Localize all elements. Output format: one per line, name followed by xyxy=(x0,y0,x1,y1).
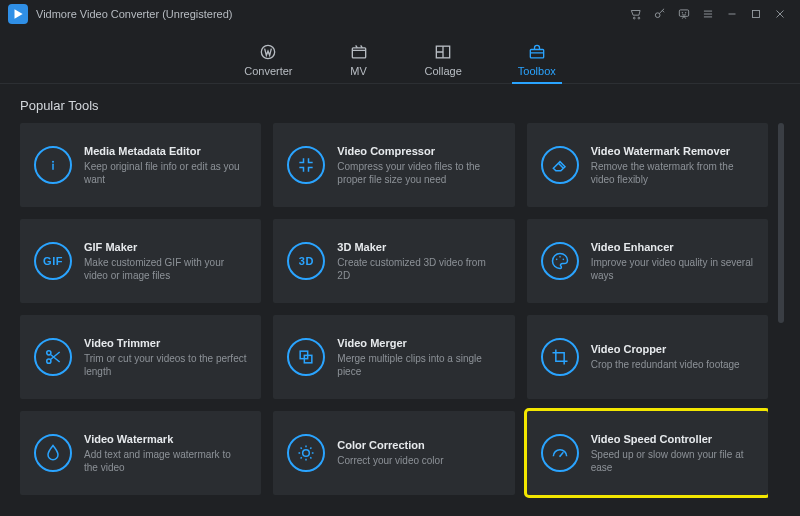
merge-icon xyxy=(287,338,325,376)
tool-card-media-metadata-editor[interactable]: Media Metadata EditorKeep original file … xyxy=(20,123,261,207)
compress-icon xyxy=(287,146,325,184)
sun-icon xyxy=(287,434,325,472)
tab-toolbox[interactable]: Toolbox xyxy=(518,42,556,83)
info-icon xyxy=(34,146,72,184)
svg-point-13 xyxy=(555,259,557,261)
svg-rect-7 xyxy=(753,11,760,18)
scrollbar-thumb[interactable] xyxy=(778,123,784,323)
svg-point-17 xyxy=(47,359,51,363)
scissors-icon xyxy=(34,338,72,376)
tool-card-video-enhancer[interactable]: Video EnhancerImprove your video quality… xyxy=(527,219,768,303)
tool-title: Video Watermark xyxy=(84,433,247,445)
gauge-icon xyxy=(541,434,579,472)
tool-description: Make customized GIF with your video or i… xyxy=(84,256,247,282)
tool-card-video-watermark-remover[interactable]: Video Watermark RemoverRemove the waterm… xyxy=(527,123,768,207)
tool-title: Video Merger xyxy=(337,337,500,349)
minimize-button[interactable] xyxy=(720,2,744,26)
feedback-icon[interactable] xyxy=(672,2,696,26)
tool-description: Remove the watermark from the video flex… xyxy=(591,160,754,186)
tool-card-video-trimmer[interactable]: Video TrimmerTrim or cut your videos to … xyxy=(20,315,261,399)
tool-description: Trim or cut your videos to the perfect l… xyxy=(84,352,247,378)
tool-description: Add text and image watermark to the vide… xyxy=(84,448,247,474)
section-title: Popular Tools xyxy=(20,98,784,113)
close-button[interactable] xyxy=(768,2,792,26)
tab-label: MV xyxy=(350,65,367,77)
svg-rect-9 xyxy=(352,48,365,58)
tool-description: Speed up or slow down your file at ease xyxy=(591,448,754,474)
gif-icon: GIF xyxy=(34,242,72,280)
tool-card-video-cropper[interactable]: Video CropperCrop the redundant video fo… xyxy=(527,315,768,399)
svg-point-14 xyxy=(559,256,561,258)
tab-label: Converter xyxy=(244,65,292,77)
drop-icon xyxy=(34,434,72,472)
tools-grid: Media Metadata EditorKeep original file … xyxy=(20,123,768,505)
svg-point-6 xyxy=(685,13,686,14)
tool-description: Correct your video color xyxy=(337,454,500,467)
tool-title: 3D Maker xyxy=(337,241,500,253)
tool-title: Video Enhancer xyxy=(591,241,754,253)
tool-card-video-speed-controller[interactable]: Video Speed ControllerSpeed up or slow d… xyxy=(527,411,768,495)
svg-point-15 xyxy=(562,259,564,261)
svg-marker-0 xyxy=(15,9,23,18)
title-bar: Vidmore Video Converter (Unregistered) xyxy=(0,0,800,28)
tool-title: Color Correction xyxy=(337,439,500,451)
tool-title: Video Cropper xyxy=(591,343,754,355)
tool-title: Video Compressor xyxy=(337,145,500,157)
tool-title: GIF Maker xyxy=(84,241,247,253)
scrollbar[interactable] xyxy=(778,123,784,505)
main-tabs: Converter MV Collage Toolbox xyxy=(0,28,800,84)
tool-description: Compress your video files to the proper … xyxy=(337,160,500,186)
tool-description: Merge multiple clips into a single piece xyxy=(337,352,500,378)
menu-icon[interactable] xyxy=(696,2,720,26)
tool-card-video-merger[interactable]: Video MergerMerge multiple clips into a … xyxy=(273,315,514,399)
svg-point-20 xyxy=(303,450,310,457)
app-logo xyxy=(8,4,28,24)
tool-card-video-compressor[interactable]: Video CompressorCompress your video file… xyxy=(273,123,514,207)
tool-description: Keep original file info or edit as you w… xyxy=(84,160,247,186)
tool-card-color-correction[interactable]: Color CorrectionCorrect your video color xyxy=(273,411,514,495)
tool-description: Crop the redundant video footage xyxy=(591,358,754,371)
window-title: Vidmore Video Converter (Unregistered) xyxy=(36,8,232,20)
svg-point-2 xyxy=(638,17,640,19)
svg-point-1 xyxy=(633,17,635,19)
tool-card-video-watermark[interactable]: Video WatermarkAdd text and image waterm… xyxy=(20,411,261,495)
tab-label: Toolbox xyxy=(518,65,556,77)
maximize-button[interactable] xyxy=(744,2,768,26)
tool-title: Media Metadata Editor xyxy=(84,145,247,157)
svg-rect-11 xyxy=(530,50,543,58)
svg-point-21 xyxy=(559,456,561,458)
tool-title: Video Trimmer xyxy=(84,337,247,349)
crop-icon xyxy=(541,338,579,376)
svg-point-12 xyxy=(52,161,54,163)
cart-icon[interactable] xyxy=(624,2,648,26)
tab-collage[interactable]: Collage xyxy=(425,42,462,83)
svg-point-5 xyxy=(682,13,683,14)
eraser-icon xyxy=(541,146,579,184)
tool-card-gif-maker[interactable]: GIFGIF MakerMake customized GIF with you… xyxy=(20,219,261,303)
tool-description: Create customized 3D video from 2D xyxy=(337,256,500,282)
palette-icon xyxy=(541,242,579,280)
svg-point-16 xyxy=(47,351,51,355)
content-area: Popular Tools Media Metadata EditorKeep … xyxy=(0,84,800,516)
tool-description: Improve your video quality in several wa… xyxy=(591,256,754,282)
3d-icon: 3D xyxy=(287,242,325,280)
key-icon[interactable] xyxy=(648,2,672,26)
tab-mv[interactable]: MV xyxy=(349,42,369,83)
tab-label: Collage xyxy=(425,65,462,77)
tab-converter[interactable]: Converter xyxy=(244,42,292,83)
tool-title: Video Speed Controller xyxy=(591,433,754,445)
tool-card-3d-maker[interactable]: 3D3D MakerCreate customized 3D video fro… xyxy=(273,219,514,303)
svg-point-3 xyxy=(655,13,660,18)
tool-title: Video Watermark Remover xyxy=(591,145,754,157)
app-window: Vidmore Video Converter (Unregistered) C… xyxy=(0,0,800,516)
